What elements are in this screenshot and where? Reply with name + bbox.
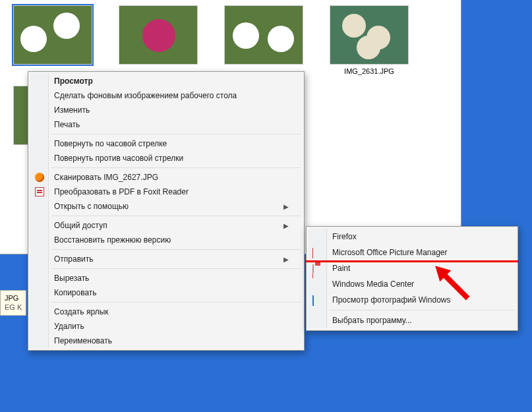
- separator: [51, 216, 301, 216]
- menu-delete[interactable]: Удалить: [30, 319, 302, 334]
- menu-scan[interactable]: Сканировать IMG_2627.JPG: [30, 170, 302, 185]
- menu-copy[interactable]: Копировать: [30, 285, 302, 300]
- submenu-arrow-icon: ▶: [283, 222, 289, 229]
- separator: [51, 249, 301, 250]
- separator: [51, 134, 301, 134]
- separator: [51, 302, 301, 303]
- context-menu: Просмотр Сделать фоновым изображением ра…: [28, 71, 305, 351]
- photo-viewer-icon: [312, 295, 323, 305]
- tooltip: JPG EG K: [0, 290, 26, 316]
- separator: [51, 268, 301, 269]
- submenu-arrow-icon: ▶: [283, 256, 289, 263]
- menu-set-wallpaper[interactable]: Сделать фоновым изображением рабочего ст…: [30, 88, 302, 103]
- submenu-paint[interactable]: Paint: [309, 260, 516, 276]
- submenu-windows-media-center[interactable]: Windows Media Center: [309, 276, 516, 292]
- submenu-choose-program[interactable]: Выбрать программу...: [309, 312, 516, 328]
- menu-share[interactable]: Общий доступ ▶: [30, 218, 302, 233]
- menu-rename[interactable]: Переименовать: [30, 334, 302, 348]
- tooltip-line1: JPG: [5, 293, 22, 303]
- open-with-submenu: Firefox Microsoft Office Picture Manager…: [306, 226, 518, 331]
- submenu-firefox[interactable]: Firefox: [309, 229, 516, 245]
- menu-create-shortcut[interactable]: Создать ярлык: [30, 305, 302, 319]
- menu-view[interactable]: Просмотр: [30, 74, 302, 88]
- file-thumb-2[interactable]: [119, 5, 198, 75]
- menu-rotate-ccw[interactable]: Повернуть против часовой стрелки: [30, 151, 302, 165]
- menu-rotate-cw[interactable]: Повернуть по часовой стрелке: [30, 136, 302, 151]
- thumbnail-row: IMG_2631.JPG: [13, 5, 448, 75]
- scan-icon: [34, 172, 45, 183]
- menu-edit[interactable]: Изменить: [30, 103, 302, 117]
- separator: [330, 310, 514, 310]
- separator: [51, 167, 301, 168]
- paint-icon: [312, 263, 323, 274]
- submenu-windows-photo-viewer[interactable]: Просмотр фотографий Windows: [309, 292, 516, 308]
- menu-print[interactable]: Печать: [30, 117, 302, 132]
- menu-send-to[interactable]: Отправить ▶: [30, 252, 302, 266]
- file-thumb-3[interactable]: [224, 5, 303, 75]
- pdf-icon: [34, 187, 45, 197]
- tooltip-line2: EG K: [5, 303, 22, 312]
- menu-convert-pdf[interactable]: Преобразовать в PDF в Foxit Reader: [30, 185, 302, 199]
- file-thumb-1[interactable]: [13, 5, 92, 75]
- menu-open-with[interactable]: Открыть с помощью ▶: [30, 199, 302, 214]
- file-thumb-4[interactable]: IMG_2631.JPG: [330, 5, 409, 75]
- ms-picture-manager-icon: [312, 247, 323, 258]
- wmc-icon: [312, 279, 323, 289]
- menu-restore-version[interactable]: Восстановить прежнюю версию: [30, 233, 302, 247]
- file-label: IMG_2631.JPG: [330, 67, 409, 75]
- firefox-icon: [312, 231, 323, 242]
- menu-cut[interactable]: Вырезать: [30, 271, 302, 285]
- submenu-ms-picture-manager[interactable]: Microsoft Office Picture Manager: [309, 245, 516, 260]
- submenu-arrow-icon: ▶: [283, 203, 289, 210]
- annotation-underline: [306, 260, 518, 262]
